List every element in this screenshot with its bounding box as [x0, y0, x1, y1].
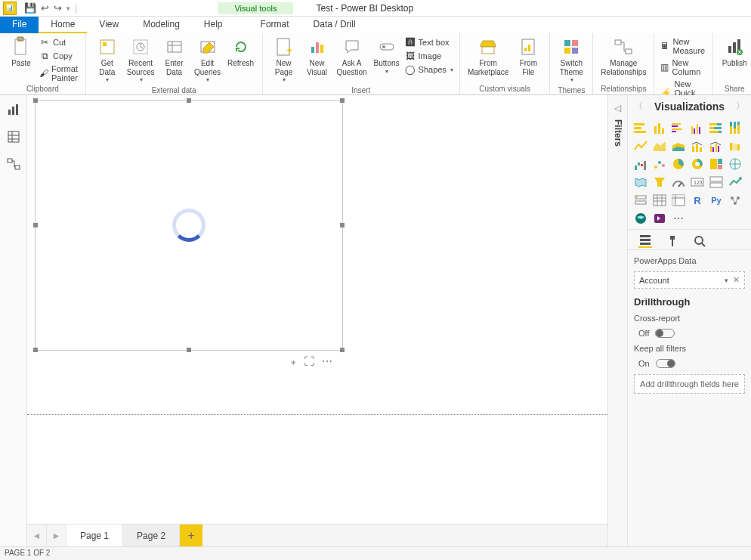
scatter-chart-icon[interactable] [651, 156, 668, 172]
report-view-button[interactable] [5, 101, 22, 118]
cross-report-toggle[interactable] [655, 329, 675, 338]
visual-container[interactable] [35, 100, 343, 351]
resize-handle[interactable] [340, 348, 345, 352]
remove-field-icon[interactable]: ✕ [733, 275, 740, 285]
waterfall-chart-icon[interactable] [632, 156, 649, 172]
stacked-column-chart-icon[interactable] [651, 120, 668, 135]
focus-mode-icon[interactable]: ⛶ [304, 355, 314, 367]
hundred-stacked-column-icon[interactable] [727, 120, 743, 135]
page-tab-1[interactable]: Page 1 [66, 524, 123, 546]
r-visual-icon[interactable]: R [689, 193, 706, 208]
card-icon[interactable]: 123 [689, 175, 706, 190]
from-marketplace-button[interactable]: FromMarketplace [465, 35, 511, 78]
resize-handle[interactable] [340, 98, 345, 103]
arcgis-icon[interactable] [632, 211, 649, 226]
multi-row-card-icon[interactable] [708, 175, 725, 190]
resize-handle[interactable] [187, 98, 191, 103]
publish-button[interactable]: Publish [718, 35, 751, 70]
new-visual-button[interactable]: NewVisual [301, 35, 334, 78]
stacked-area-chart-icon[interactable] [670, 138, 687, 153]
powerapps-visual-icon[interactable] [651, 211, 668, 226]
add-page-button[interactable]: + [180, 524, 202, 546]
pie-chart-icon[interactable] [670, 156, 687, 172]
tab-file[interactable]: File [0, 17, 39, 33]
cut-button[interactable]: ✂Cut [38, 36, 81, 48]
redo-icon[interactable]: ↪ [54, 2, 62, 14]
edit-queries-button[interactable]: EditQueries [191, 35, 224, 85]
drillthrough-drop-well[interactable]: Add drillthrough fields here [634, 374, 745, 394]
field-well[interactable]: Account ▾ ✕ [634, 271, 745, 289]
data-view-button[interactable] [5, 128, 22, 145]
save-icon[interactable]: 💾 [24, 2, 36, 14]
ask-a-question-button[interactable]: Ask AQuestion [334, 35, 370, 78]
shapes-button[interactable]: ◯Shapes [403, 63, 455, 76]
ribbon-chart-icon[interactable] [727, 138, 743, 153]
treemap-icon[interactable] [708, 156, 725, 172]
textbox-button[interactable]: 🅰Text box [403, 36, 455, 48]
tab-data-drill[interactable]: Data / Drill [301, 17, 368, 33]
copy-button[interactable]: ⧉Copy [38, 50, 81, 62]
from-file-button[interactable]: FromFile [511, 35, 545, 78]
tab-modeling[interactable]: Modeling [131, 17, 192, 33]
resize-handle[interactable] [33, 98, 38, 103]
qat-dropdown-icon[interactable]: ▾ [66, 5, 70, 12]
resize-handle[interactable] [187, 348, 191, 352]
format-painter-button[interactable]: 🖌Format Painter [38, 63, 81, 83]
refresh-button[interactable]: Refresh [224, 35, 258, 70]
report-canvas[interactable]: ⍖ ⛶ ⋯ [27, 95, 607, 524]
image-button[interactable]: 🖼Image [403, 50, 455, 62]
more-visuals-icon[interactable]: ⋯ [670, 211, 687, 226]
map-icon[interactable] [727, 156, 743, 172]
tab-view[interactable]: View [87, 17, 131, 33]
gauge-icon[interactable] [670, 175, 687, 190]
resize-handle[interactable] [340, 223, 345, 227]
collapse-right-icon[interactable]: 〉 [736, 100, 745, 113]
tab-format[interactable]: Format [249, 17, 301, 33]
funnel-icon[interactable] [651, 175, 668, 190]
chevron-down-icon[interactable]: ▾ [725, 277, 728, 284]
clustered-bar-chart-icon[interactable] [670, 120, 687, 135]
filter-icon[interactable]: ⍖ [290, 355, 296, 367]
hundred-stacked-bar-icon[interactable] [708, 120, 725, 135]
page-prev-button[interactable]: ◄ [27, 524, 47, 546]
filters-label[interactable]: Filters [613, 119, 623, 147]
slicer-icon[interactable] [632, 193, 649, 208]
new-column-button[interactable]: ▥New Column [659, 57, 708, 77]
collapse-left-icon[interactable]: 〈 [634, 100, 643, 113]
visual-tools-tab[interactable]: Visual tools [218, 2, 293, 14]
line-stacked-column-icon[interactable] [689, 138, 706, 153]
new-measure-button[interactable]: 🖩New Measure [659, 36, 708, 56]
resize-handle[interactable] [33, 223, 38, 227]
keep-filters-toggle[interactable] [656, 359, 675, 368]
clustered-column-chart-icon[interactable] [689, 120, 706, 135]
matrix-icon[interactable] [670, 193, 687, 208]
undo-icon[interactable]: ↩ [41, 2, 49, 14]
new-page-button[interactable]: ✦NewPage [267, 35, 301, 85]
page-tab-2[interactable]: Page 2 [123, 524, 180, 546]
switch-theme-button[interactable]: SwitchTheme [555, 35, 588, 85]
page-next-button[interactable]: ► [47, 524, 66, 546]
format-tab-icon[interactable] [666, 234, 679, 248]
resize-handle[interactable] [33, 348, 38, 352]
line-clustered-column-icon[interactable] [708, 138, 725, 153]
kpi-icon[interactable] [727, 175, 743, 190]
fields-tab-icon[interactable] [638, 234, 652, 248]
line-chart-icon[interactable] [632, 138, 649, 153]
buttons-button[interactable]: Buttons [370, 35, 403, 76]
enter-data-button[interactable]: EnterData [158, 35, 191, 78]
recent-sources-button[interactable]: RecentSources [124, 35, 158, 85]
table-icon[interactable] [651, 193, 668, 208]
tab-help[interactable]: Help [192, 17, 235, 33]
area-chart-icon[interactable] [651, 138, 668, 153]
paste-button[interactable]: Paste [5, 35, 38, 70]
key-influencers-icon[interactable] [727, 193, 743, 208]
more-options-icon[interactable]: ⋯ [322, 355, 332, 367]
tab-home[interactable]: Home [39, 17, 87, 33]
model-view-button[interactable] [5, 156, 22, 172]
analytics-tab-icon[interactable] [693, 234, 706, 248]
filled-map-icon[interactable] [632, 175, 649, 190]
manage-relationships-button[interactable]: ManageRelationships [598, 35, 649, 78]
stacked-bar-chart-icon[interactable] [632, 120, 649, 135]
get-data-button[interactable]: GetData [91, 35, 124, 85]
donut-chart-icon[interactable] [689, 156, 706, 172]
